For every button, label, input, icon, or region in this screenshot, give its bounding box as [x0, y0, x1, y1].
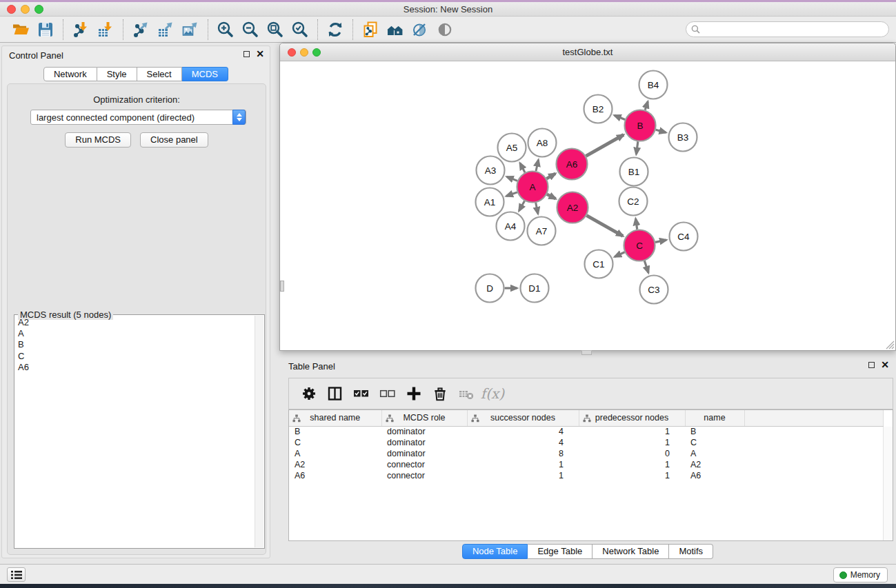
graph-node-A6[interactable]: A6: [557, 149, 588, 180]
search-input[interactable]: [703, 23, 888, 36]
edge-C-C3[interactable]: [644, 261, 648, 272]
table-close-panel-icon[interactable]: ✕: [881, 361, 889, 368]
table-row[interactable]: Bdominator41B: [289, 426, 884, 437]
mcds-result-scrollbar[interactable]: [255, 316, 263, 547]
run-mcds-button[interactable]: Run MCDS: [65, 132, 131, 148]
table-float-panel-icon[interactable]: [868, 362, 875, 368]
cell-shared-name[interactable]: A6: [289, 470, 381, 481]
add-column-icon[interactable]: [401, 381, 427, 406]
network-window-titlebar[interactable]: testGlobe.txt: [280, 43, 895, 61]
column-header-shared-name[interactable]: shared name: [289, 410, 381, 426]
delete-column-icon[interactable]: [427, 381, 453, 406]
network-canvas[interactable]: B4B2BB3A8A5A6A3B1AC2A1A2A4A7C4CC1DD1C3: [280, 61, 895, 350]
cell-predecessor-nodes[interactable]: 1: [579, 437, 685, 448]
edge-A-A1[interactable]: [506, 192, 517, 196]
tab-node-table[interactable]: Node Table: [462, 544, 528, 559]
column-header-MCDS-role[interactable]: MCDS role: [381, 410, 467, 426]
column-header-successor-nodes[interactable]: successor nodes: [467, 410, 579, 426]
export-image-icon[interactable]: [178, 19, 203, 41]
mcds-result-item[interactable]: A6: [15, 362, 254, 373]
open-file-icon[interactable]: [8, 19, 33, 41]
task-history-button[interactable]: [7, 567, 26, 582]
mcds-result-item[interactable]: A: [15, 328, 254, 339]
cell-shared-name[interactable]: C: [289, 437, 381, 448]
edge-A-A3[interactable]: [507, 176, 517, 181]
edge-B-B4[interactable]: [645, 101, 648, 110]
graph-node-C1[interactable]: C1: [585, 250, 613, 278]
cell-successor-nodes[interactable]: 1: [467, 459, 579, 470]
export-network-icon[interactable]: [128, 19, 153, 41]
tab-mcds[interactable]: MCDS: [182, 67, 228, 81]
graph-node-C2[interactable]: C2: [619, 187, 648, 216]
column-layout-icon[interactable]: [322, 381, 348, 406]
edge-B-B2[interactable]: [615, 115, 625, 119]
select-all-icon[interactable]: [348, 381, 375, 406]
column-header-name[interactable]: name: [685, 410, 744, 426]
graph-node-A1[interactable]: A1: [476, 188, 504, 216]
float-panel-icon[interactable]: [243, 51, 250, 57]
graph-node-A8[interactable]: A8: [528, 129, 557, 157]
cell-shared-name[interactable]: A: [289, 448, 381, 459]
settings-gear-icon[interactable]: [296, 381, 322, 406]
graph-node-D[interactable]: D: [476, 274, 504, 303]
import-network-icon[interactable]: [68, 19, 93, 41]
edge-A-A6[interactable]: [546, 174, 555, 179]
graphics-details-icon[interactable]: [432, 19, 457, 41]
refresh-icon[interactable]: [323, 19, 348, 41]
graph-node-A4[interactable]: A4: [497, 212, 525, 241]
edge-A2-C[interactable]: [586, 216, 623, 236]
edge-C-C4[interactable]: [655, 240, 666, 242]
zoom-out-icon[interactable]: [238, 19, 263, 41]
cell-predecessor-nodes[interactable]: 0: [579, 448, 685, 459]
cell-MCDS-role[interactable]: dominator: [381, 426, 467, 437]
cell-predecessor-nodes[interactable]: 1: [579, 459, 685, 470]
column-header-predecessor-nodes[interactable]: predecessor nodes: [579, 410, 685, 426]
edge-A-A7[interactable]: [536, 203, 538, 214]
cell-MCDS-role[interactable]: dominator: [381, 448, 467, 459]
edge-B-B1[interactable]: [636, 141, 637, 154]
cell-successor-nodes[interactable]: 1: [467, 470, 579, 481]
cell-name[interactable]: B: [685, 426, 744, 437]
graph-node-A7[interactable]: A7: [528, 217, 556, 245]
tab-edge-table[interactable]: Edge Table: [528, 544, 593, 559]
fit-content-home-icon[interactable]: [383, 19, 408, 41]
close-panel-button[interactable]: Close panel: [140, 132, 208, 148]
save-session-icon[interactable]: [33, 19, 58, 41]
edge-A6-B[interactable]: [586, 135, 624, 156]
graph-node-B1[interactable]: B1: [620, 158, 648, 186]
edge-A-A8[interactable]: [536, 160, 539, 171]
panel-divider-handle[interactable]: [581, 350, 592, 355]
tab-style[interactable]: Style: [97, 67, 137, 81]
cell-MCDS-role[interactable]: dominator: [381, 437, 467, 448]
cell-successor-nodes[interactable]: 4: [467, 426, 579, 437]
label-visibility-icon[interactable]: [408, 19, 432, 41]
zoom-selected-icon[interactable]: [288, 19, 312, 41]
graph-node-A2[interactable]: A2: [557, 192, 588, 223]
table-row[interactable]: Cdominator41C: [289, 437, 884, 448]
table-row[interactable]: Adominator80A: [289, 448, 884, 459]
cell-name[interactable]: A: [685, 448, 744, 459]
cell-name[interactable]: C: [685, 437, 744, 448]
graph-node-B[interactable]: B: [625, 110, 656, 141]
edge-B-B3[interactable]: [656, 130, 666, 132]
export-table-icon[interactable]: [153, 19, 178, 41]
zoom-in-icon[interactable]: [213, 19, 238, 41]
cell-shared-name[interactable]: B: [289, 426, 381, 437]
graph-node-A[interactable]: A: [517, 172, 548, 203]
edge-A-A2[interactable]: [547, 194, 556, 199]
cell-shared-name[interactable]: A2: [289, 459, 381, 470]
tab-select[interactable]: Select: [137, 67, 182, 81]
edge-A-A4[interactable]: [519, 201, 524, 210]
edge-C-C1[interactable]: [615, 252, 624, 257]
vertical-scrollbar-nub[interactable]: [280, 281, 284, 292]
cell-name[interactable]: A6: [685, 470, 744, 481]
graph-node-A5[interactable]: A5: [498, 134, 526, 162]
graph-node-B3[interactable]: B3: [669, 123, 697, 152]
criterion-dropdown[interactable]: largest connected component (directed): [30, 110, 246, 125]
close-panel-icon[interactable]: ✕: [256, 50, 264, 57]
resize-grip-icon[interactable]: [884, 339, 895, 349]
cell-name[interactable]: A2: [685, 459, 744, 470]
table-row[interactable]: A6connector11A6: [289, 470, 884, 481]
graph-node-C4[interactable]: C4: [670, 223, 698, 251]
graph-node-D1[interactable]: D1: [521, 274, 549, 303]
